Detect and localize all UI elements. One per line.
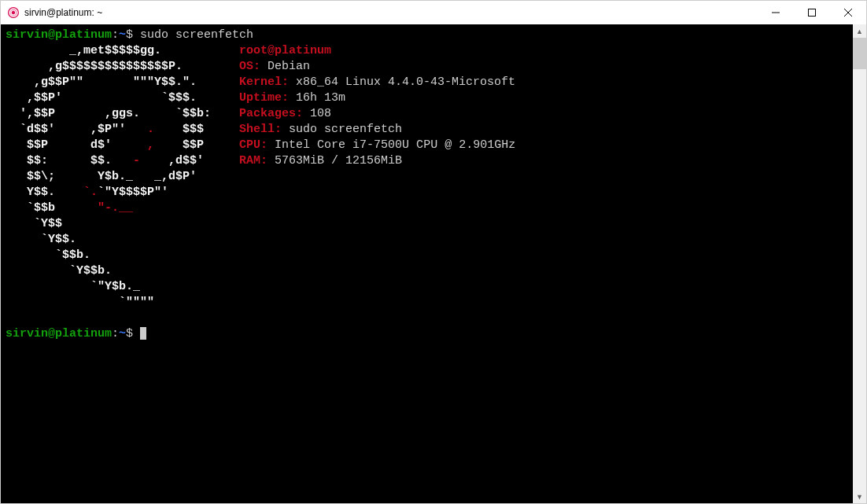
logo-line: _,met$$$$$gg. bbox=[6, 44, 239, 57]
maximize-button[interactable] bbox=[794, 1, 830, 24]
scroll-up-icon[interactable]: ▲ bbox=[853, 24, 866, 38]
packages-value: 108 bbox=[303, 107, 331, 120]
os-label: OS: bbox=[239, 60, 260, 73]
cursor bbox=[140, 327, 146, 340]
prompt-userhost: sirvin@platinum bbox=[6, 327, 112, 340]
svg-rect-2 bbox=[809, 9, 816, 17]
logo-line: `$$b "-.__ bbox=[6, 201, 232, 215]
ram-value: 5763MiB / 12156MiB bbox=[267, 154, 402, 167]
logo-accent: . bbox=[147, 123, 154, 136]
logo-accent: - bbox=[133, 154, 140, 167]
logo-accent: `. bbox=[83, 186, 98, 199]
prompt-colon: : bbox=[112, 327, 119, 340]
scroll-thumb[interactable] bbox=[853, 38, 866, 69]
os-value: Debian bbox=[260, 60, 310, 73]
logo-line: `Y$$ bbox=[6, 217, 239, 230]
logo-line: ',$$P ,ggs. `$$b: bbox=[6, 107, 239, 120]
logo-line: $$: $$. - ,d$$' bbox=[6, 154, 239, 167]
uptime-value: 16h 13m bbox=[289, 91, 345, 105]
prompt-path: ~ bbox=[119, 28, 126, 42]
terminal-window: sirvin@platinum: ~ sirvin@platinum:~$ su… bbox=[0, 0, 867, 504]
logo-line: Y$$. `.`"Y$$$$P"' bbox=[6, 186, 232, 199]
command-text: sudo screenfetch bbox=[140, 28, 253, 42]
uptime-label: Uptime: bbox=[239, 91, 289, 105]
terminal-output[interactable]: sirvin@platinum:~$ sudo screenfetch _,me… bbox=[1, 24, 853, 503]
prompt-dollar: $ bbox=[126, 327, 140, 340]
prompt-dollar: $ bbox=[126, 28, 140, 42]
logo-line: $$P d$' , $$P bbox=[6, 138, 239, 152]
ram-label: RAM: bbox=[239, 154, 267, 167]
prompt-path: ~ bbox=[119, 327, 126, 340]
logo-line: `Y$$b. bbox=[6, 264, 239, 278]
logo-line: ,g$$$$$$$$$$$$$$$P. bbox=[6, 60, 239, 73]
terminal-area: sirvin@platinum:~$ sudo screenfetch _,me… bbox=[1, 24, 866, 503]
info-at: @ bbox=[267, 44, 275, 57]
logo-line: ,$$P' `$$$. bbox=[6, 91, 239, 105]
cpu-label: CPU: bbox=[239, 138, 267, 152]
app-icon bbox=[7, 6, 20, 19]
scrollbar[interactable]: ▲ ▼ bbox=[853, 24, 866, 503]
logo-line: $$\; Y$b._ _,d$P' bbox=[6, 170, 239, 183]
titlebar[interactable]: sirvin@platinum: ~ bbox=[1, 1, 866, 24]
window-title: sirvin@platinum: ~ bbox=[24, 7, 102, 18]
logo-line: `Y$$. bbox=[6, 233, 239, 246]
scroll-down-icon[interactable]: ▼ bbox=[853, 490, 866, 503]
logo-accent: "-.__ bbox=[98, 201, 133, 215]
logo-line: `"""" bbox=[6, 296, 239, 309]
info-user: root bbox=[239, 44, 267, 57]
kernel-value: x86_64 Linux 4.4.0-43-Microsoft bbox=[289, 75, 515, 89]
logo-line: `d$$' ,$P"' . $$$ bbox=[6, 123, 239, 136]
minimize-button[interactable] bbox=[758, 1, 794, 24]
logo-accent: , bbox=[147, 138, 154, 152]
packages-label: Packages: bbox=[239, 107, 303, 120]
info-host: platinum bbox=[275, 44, 331, 57]
prompt-colon: : bbox=[112, 28, 119, 42]
shell-label: Shell: bbox=[239, 123, 282, 136]
logo-line: `$$b. bbox=[6, 248, 239, 262]
cpu-value: Intel Core i7-7500U CPU @ 2.901GHz bbox=[267, 138, 515, 152]
shell-value: sudo screenfetch bbox=[282, 123, 402, 136]
prompt-userhost: sirvin@platinum bbox=[6, 28, 112, 42]
close-button[interactable] bbox=[830, 1, 866, 24]
logo-line: ,g$$P"" """Y$$.". bbox=[6, 75, 239, 89]
kernel-label: Kernel: bbox=[239, 75, 289, 89]
logo-line: `"Y$b._ bbox=[6, 280, 239, 293]
